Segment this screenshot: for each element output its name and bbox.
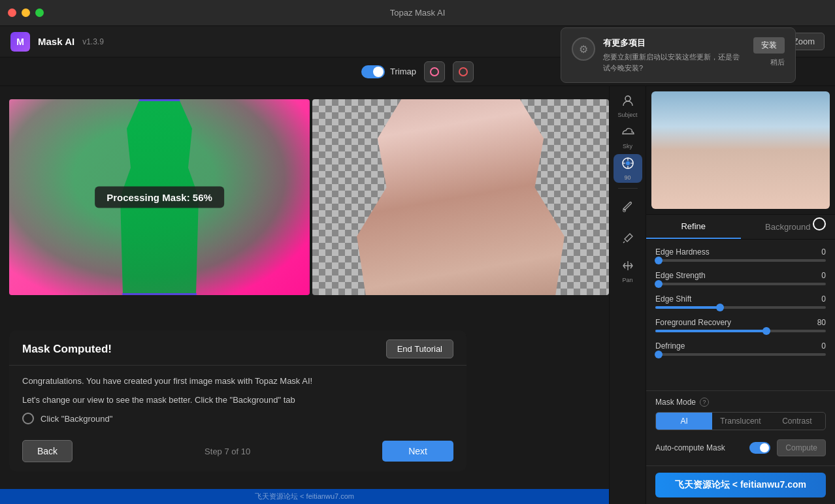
minimize-button[interactable] [22, 8, 30, 17]
image-panels: Processing Mask: 56% [0, 99, 609, 295]
help-icon[interactable]: ? [700, 398, 709, 407]
auto-compute-label: Auto-compute Mask [655, 443, 743, 452]
step-circle-icon [22, 413, 34, 424]
eyedrop-tool[interactable] [614, 225, 642, 254]
trimap-toggle: Trimap [361, 65, 416, 78]
slider-thumb-3 [762, 327, 770, 335]
mask-mode-btn-ai[interactable]: AI [656, 413, 712, 430]
active-tool[interactable]: 90 [614, 154, 642, 183]
main-layout: Processing Mask: 56% Mask Computed! End … [0, 86, 835, 504]
slider-thumb-4 [655, 351, 663, 358]
compute-button[interactable]: Compute [777, 439, 826, 456]
paint-tool[interactable] [614, 194, 642, 223]
tool-column: Subject Sky 90 [609, 86, 646, 504]
trimap-label: Trimap [390, 67, 416, 76]
processing-badge: Processing Mask: 56% [95, 187, 224, 208]
background-tab[interactable]: Background [741, 215, 836, 239]
mask-mode-btn-translucent[interactable]: Translucent [712, 413, 768, 430]
active-tool-icon [621, 157, 634, 173]
svg-point-4 [431, 68, 438, 76]
slider-row-2: Edge Shift 0 [655, 294, 826, 309]
eraser-tool-btn[interactable] [453, 61, 474, 82]
slider-label-2: Edge Shift [655, 294, 691, 304]
paint-icon [621, 200, 634, 217]
update-title: 有更多项目 [603, 37, 745, 49]
slider-value-3: 80 [810, 318, 826, 327]
tutorial-panel: Mask Computed! End Tutorial Congratulati… [9, 330, 467, 471]
preview-image-container [646, 86, 835, 215]
svg-point-6 [625, 96, 630, 101]
auto-compute-toggle[interactable] [749, 442, 770, 454]
pan-label: Pan [622, 277, 632, 283]
window-title: Topaz Mask AI [390, 8, 446, 18]
sliders-section: Edge Hardness 0 Edge Strength 0 Edge Shi… [646, 240, 835, 390]
right-sidebar: Refine Background Edge Hardness 0 Edge S… [646, 86, 835, 504]
sky-icon [621, 125, 634, 142]
update-content: 有更多项目 您要立刻重新启动以安装这些更新，还是尝试今晚安装? [603, 37, 745, 73]
slider-track-2[interactable] [655, 306, 826, 309]
sliders-container: Edge Hardness 0 Edge Strength 0 Edge Shi… [655, 247, 826, 356]
svg-point-8 [626, 161, 630, 165]
refine-tab[interactable]: Refine [646, 215, 741, 239]
masked-image [312, 99, 609, 295]
close-button[interactable] [8, 8, 16, 17]
pan-tool[interactable]: Pan [614, 257, 642, 285]
active-tool-number: 90 [624, 174, 630, 181]
update-description: 您要立刻重新启动以安装这些更新，还是尝试今晚安装? [603, 52, 745, 73]
sky-tool[interactable]: Sky [614, 123, 642, 151]
slider-label-0: Edge Hardness [655, 247, 710, 257]
trimap-switch[interactable] [361, 65, 385, 78]
slider-fill-3 [655, 330, 766, 332]
slider-track-1[interactable] [655, 283, 826, 285]
update-popup: ⚙ 有更多项目 您要立刻重新启动以安装这些更新，还是尝试今晚安装? 安装 稍后 [561, 27, 796, 83]
slider-row-3: Foreground Recovery 80 [655, 318, 826, 332]
toggle-knob [760, 443, 769, 452]
mask-mode-btn-contrast[interactable]: Contrast [769, 413, 825, 430]
slider-track-3[interactable] [655, 330, 826, 332]
slider-label-1: Edge Strength [655, 271, 706, 280]
tutorial-title: Mask Computed! [22, 343, 112, 356]
next-button[interactable]: Next [382, 441, 453, 462]
tab-row: Refine Background [646, 215, 835, 240]
slider-value-0: 0 [810, 247, 826, 257]
tutorial-body: Congratulations. You have created your f… [9, 366, 467, 433]
background-circle-indicator [813, 217, 826, 230]
auto-compute-row: Auto-compute Mask Compute [655, 437, 826, 459]
sky-label: Sky [623, 143, 632, 150]
slider-track-0[interactable] [655, 259, 826, 262]
later-button[interactable]: 稍后 [770, 57, 785, 67]
app-version: v1.3.9 [82, 37, 104, 46]
svg-point-5 [459, 68, 467, 76]
update-icon: ⚙ [572, 37, 595, 61]
slider-thumb-1 [655, 280, 663, 288]
tutorial-step-item: Click "Background" [22, 413, 453, 424]
watermark: 飞天资源论坛 < feitianwu7.com [0, 489, 609, 504]
save-button[interactable]: 飞天资源论坛 < feitianwu7.com [655, 473, 826, 497]
woman-cutout [312, 99, 609, 295]
canvas-area: Processing Mask: 56% Mask Computed! End … [0, 86, 609, 504]
source-image: Processing Mask: 56% [9, 99, 310, 295]
tool-divider [618, 188, 638, 189]
preview-image [651, 91, 830, 209]
title-bar: Topaz Mask AI [0, 0, 835, 26]
step-indicator: Step 7 of 10 [205, 447, 250, 456]
brush-tool-btn[interactable] [424, 61, 445, 82]
subject-label: Subject [617, 112, 637, 118]
eyedrop-icon [621, 232, 634, 248]
maximize-button[interactable] [35, 8, 44, 17]
tutorial-text-1: Congratulations. You have created your f… [22, 375, 453, 388]
update-actions: 安装 稍后 [753, 37, 785, 67]
back-button[interactable]: Back [22, 440, 73, 462]
install-button[interactable]: 安装 [753, 37, 785, 54]
slider-row-0: Edge Hardness 0 [655, 247, 826, 262]
slider-value-2: 0 [810, 294, 826, 304]
subject-icon [621, 94, 634, 110]
subject-tool[interactable]: Subject [614, 91, 642, 120]
end-tutorial-button[interactable]: End Tutorial [386, 339, 453, 358]
slider-value-1: 0 [810, 271, 826, 280]
mask-mode-buttons: AITranslucentContrast [655, 412, 826, 430]
window-controls [8, 8, 44, 17]
tutorial-header: Mask Computed! End Tutorial [9, 330, 467, 366]
slider-track-4[interactable] [655, 353, 826, 356]
slider-thumb-2 [716, 304, 724, 311]
